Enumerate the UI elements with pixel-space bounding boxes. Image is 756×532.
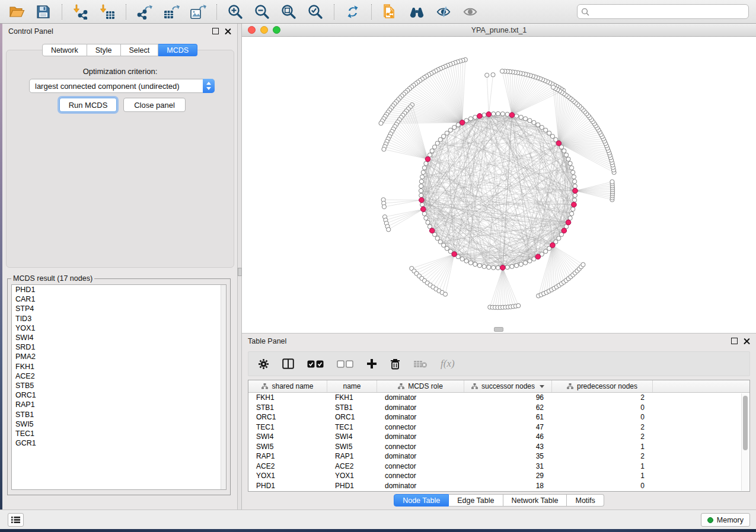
gear-icon[interactable] xyxy=(258,358,269,370)
save-session-icon[interactable] xyxy=(35,4,52,20)
binoculars-icon[interactable] xyxy=(409,4,425,20)
cell-name: TEC1 xyxy=(327,423,377,431)
run-mcds-button[interactable]: Run MCDS xyxy=(59,98,117,112)
mcds-result-item[interactable]: RAP1 xyxy=(12,400,226,409)
table-panel-titlebar: Table Panel xyxy=(242,334,756,349)
close-panel-icon[interactable] xyxy=(744,338,750,344)
float-panel-icon[interactable] xyxy=(212,28,219,34)
table-row[interactable]: ORC1ORC1dominator610 xyxy=(248,412,749,422)
network-canvas[interactable] xyxy=(242,37,756,332)
criterion-dropdown[interactable]: largest connected component (undirected) xyxy=(29,79,215,93)
plus-icon[interactable] xyxy=(366,358,377,369)
tab-select[interactable]: Select xyxy=(121,44,159,56)
zoom-selected-icon[interactable] xyxy=(307,4,324,20)
cell-shared-name: PHD1 xyxy=(248,482,327,490)
cell-shared-name: ACE2 xyxy=(248,462,327,470)
hide-eye-icon[interactable] xyxy=(435,4,452,20)
zoom-out-icon[interactable] xyxy=(254,4,270,20)
task-history-button[interactable] xyxy=(8,513,24,527)
split-columns-icon[interactable] xyxy=(282,358,294,369)
trash-icon[interactable] xyxy=(390,358,400,370)
cell-name: PHD1 xyxy=(327,482,377,490)
share-document-icon[interactable] xyxy=(382,4,398,20)
table-scrollbar-thumb[interactable] xyxy=(743,396,748,450)
table-row[interactable]: TEC1TEC1connector472 xyxy=(248,422,749,432)
cell-MCDS-role: dominator xyxy=(377,452,464,460)
table-row[interactable]: RAP1RAP1dominator352 xyxy=(248,451,749,462)
column-header-MCDS-role[interactable]: MCDS role xyxy=(377,380,464,392)
mcds-result-item[interactable]: PHD1 xyxy=(12,285,226,294)
window-close-icon[interactable] xyxy=(248,26,256,34)
cell-MCDS-role: dominator xyxy=(377,482,464,490)
refresh-icon[interactable] xyxy=(344,4,361,20)
mcds-result-item[interactable]: STP4 xyxy=(12,304,226,313)
table-row[interactable]: PHD1PHD1dominator180 xyxy=(248,481,749,491)
mcds-result-item[interactable]: ORC1 xyxy=(12,390,226,400)
zoom-in-icon[interactable] xyxy=(227,4,244,20)
table-row[interactable]: SWI4SWI4dominator462 xyxy=(248,432,749,442)
cell-shared-name: RAP1 xyxy=(248,452,327,460)
tab-style[interactable]: Style xyxy=(87,44,121,56)
mcds-result-item[interactable]: SRD1 xyxy=(12,342,226,352)
table-scrollbar-track[interactable] xyxy=(741,393,749,491)
cell-successor-nodes: 43 xyxy=(464,443,552,451)
zoom-fit-icon[interactable] xyxy=(280,4,297,20)
import-network-icon[interactable] xyxy=(72,4,89,20)
mcds-result-item[interactable]: PMA2 xyxy=(12,352,226,361)
table-row[interactable]: FKH1FKH1dominator962 xyxy=(248,393,749,403)
mcds-result-item[interactable]: TID3 xyxy=(12,314,226,323)
export-table-icon[interactable] xyxy=(163,4,180,20)
mcds-result-item[interactable]: SWI4 xyxy=(12,333,226,342)
tab-node-table[interactable]: Node Table xyxy=(394,494,449,507)
memory-button[interactable]: Memory xyxy=(701,513,750,527)
cell-predecessor-nodes: 1 xyxy=(552,443,653,451)
mcds-result-item[interactable]: STB5 xyxy=(12,381,226,390)
cell-shared-name: ORC1 xyxy=(248,413,327,421)
column-header-name[interactable]: name xyxy=(327,380,377,392)
mcds-result-item[interactable]: FKH1 xyxy=(12,362,226,371)
table-row[interactable]: STB1STB1dominator620 xyxy=(248,403,749,413)
cell-MCDS-role: connector xyxy=(377,423,464,431)
network-hscroll-thumb[interactable] xyxy=(494,327,503,332)
mcds-result-item[interactable]: YOX1 xyxy=(12,323,226,333)
eye-icon[interactable] xyxy=(462,4,479,20)
mcds-result-item[interactable]: TEC1 xyxy=(12,429,226,438)
tab-motifs[interactable]: Motifs xyxy=(567,494,604,507)
panel-splitter[interactable] xyxy=(238,24,242,529)
column-header-successor-nodes[interactable]: successor nodes xyxy=(464,380,552,392)
window-maximize-icon[interactable] xyxy=(273,26,280,34)
tab-mcds[interactable]: MCDS xyxy=(158,44,197,56)
import-table-icon[interactable] xyxy=(99,4,116,20)
open-session-icon[interactable] xyxy=(8,4,25,20)
window-minimize-icon[interactable] xyxy=(260,26,268,34)
mcds-result-item[interactable]: STB1 xyxy=(12,410,226,419)
cell-name: SWI4 xyxy=(327,432,377,441)
cell-successor-nodes: 18 xyxy=(464,482,552,490)
mcds-result-item[interactable]: CAR1 xyxy=(12,294,226,304)
column-header-predecessor-nodes[interactable]: predecessor nodes xyxy=(552,380,653,392)
table-row[interactable]: SWI5SWI5connector431 xyxy=(248,442,749,452)
close-panel-button[interactable]: Close panel xyxy=(123,98,186,112)
tab-network-table[interactable]: Network Table xyxy=(503,494,567,507)
tab-edge-table[interactable]: Edge Table xyxy=(449,494,503,507)
tab-network[interactable]: Network xyxy=(42,44,87,56)
search-input[interactable] xyxy=(592,8,745,16)
table-row[interactable]: ACE2ACE2connector311 xyxy=(248,462,749,472)
float-panel-icon[interactable] xyxy=(731,338,738,344)
table-row[interactable]: YOX1YOX1connector291 xyxy=(248,471,749,481)
unchecked-boxes-icon[interactable] xyxy=(337,360,353,368)
cell-MCDS-role: dominator xyxy=(377,403,464,412)
splitter-handle[interactable] xyxy=(238,268,242,276)
mcds-result-item[interactable]: ACE2 xyxy=(12,371,226,381)
network-window-title: YPA_prune.txt_1 xyxy=(471,26,527,34)
export-network-icon[interactable] xyxy=(136,4,153,20)
column-header-shared-name[interactable]: shared name xyxy=(248,380,327,392)
mcds-result-item[interactable]: SWI5 xyxy=(12,419,226,429)
mcds-result-item[interactable]: GCR1 xyxy=(12,438,226,448)
cell-MCDS-role: connector xyxy=(377,443,464,451)
network-window-titlebar[interactable]: YPA_prune.txt_1 xyxy=(242,24,756,37)
export-image-icon[interactable] xyxy=(190,4,206,20)
checked-boxes-icon[interactable] xyxy=(307,360,324,368)
mcds-list-scrollbar[interactable] xyxy=(221,285,226,489)
close-panel-icon[interactable] xyxy=(225,28,231,34)
